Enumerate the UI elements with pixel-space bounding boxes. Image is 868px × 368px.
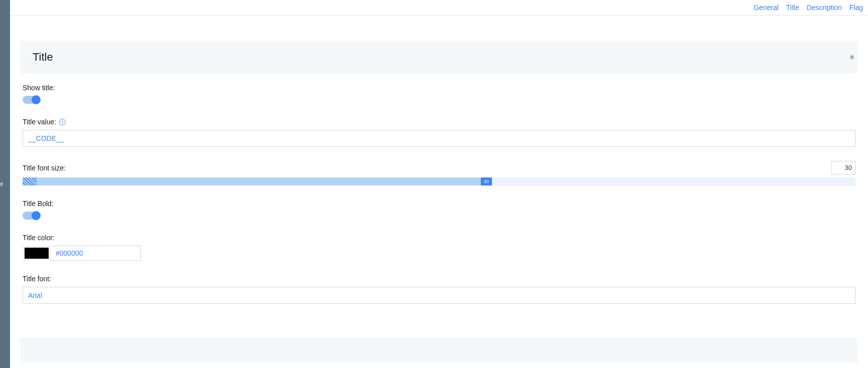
slider-handle[interactable]: 30 — [481, 177, 492, 186]
section-header-title: Title — [20, 41, 858, 74]
nav-link-flag[interactable]: Flag — [849, 3, 863, 13]
nav-link-title[interactable]: Title — [786, 3, 799, 13]
nav-link-description[interactable]: Description — [807, 3, 842, 13]
group-show-title: Show title: — [23, 84, 855, 104]
input-title-color[interactable] — [51, 246, 141, 261]
label-title-font: Title font: — [23, 275, 855, 283]
content: Title Show title: Title value: i Title f… — [20, 41, 858, 363]
group-title-color: Title color: — [23, 234, 855, 261]
toggle-show-title[interactable] — [23, 96, 40, 104]
group-title-font: Title font: Arial — [23, 275, 855, 304]
color-swatch[interactable] — [23, 246, 51, 261]
select-title-font[interactable]: Arial — [23, 287, 855, 304]
label-title-color: Title color: — [23, 234, 855, 242]
label-show-title: Show title: — [23, 84, 855, 92]
slider-fill — [37, 177, 481, 186]
slider-min-hatch — [23, 177, 37, 186]
label-title-value-text: Title value: — [23, 118, 56, 126]
main: General Title Description Flag Title Sho… — [10, 0, 868, 368]
left-sidebar: el — [0, 0, 10, 368]
info-icon[interactable]: i — [59, 119, 66, 125]
group-font-size: Title font size: 30 — [23, 161, 855, 186]
group-title-bold: Title Bold: — [23, 200, 855, 220]
next-section-header — [20, 338, 858, 363]
group-title-value: Title value: i — [23, 118, 855, 147]
label-font-size: Title font size: — [23, 164, 66, 172]
nav-link-general[interactable]: General — [754, 3, 779, 13]
toggle-knob — [32, 211, 41, 220]
sidebar-fragment: el — [0, 181, 3, 187]
section-heading: Title — [33, 51, 845, 64]
form-body: Show title: Title value: i Title font si… — [20, 74, 858, 328]
anchor-nav: General Title Description Flag — [10, 0, 868, 16]
label-title-bold: Title Bold: — [23, 200, 855, 208]
toggle-knob — [32, 95, 41, 104]
toggle-title-bold[interactable] — [23, 212, 40, 220]
slider-font-size[interactable]: 30 — [23, 177, 855, 186]
input-title-value[interactable] — [23, 130, 855, 147]
input-font-size-number[interactable] — [831, 161, 855, 174]
label-title-value: Title value: i — [23, 118, 855, 126]
